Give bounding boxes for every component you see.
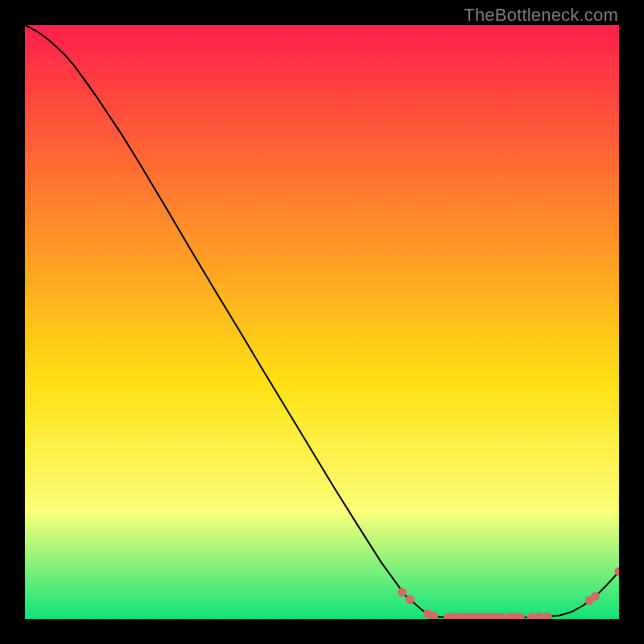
gradient-background [25,25,619,619]
plot-area [25,25,619,619]
marker-point [406,595,415,604]
marker-point [591,592,600,601]
watermark-text: TheBottleneck.com [464,5,618,26]
marker-point [398,588,407,597]
chart-svg [25,25,619,619]
chart-stage: TheBottleneck.com [0,0,644,644]
